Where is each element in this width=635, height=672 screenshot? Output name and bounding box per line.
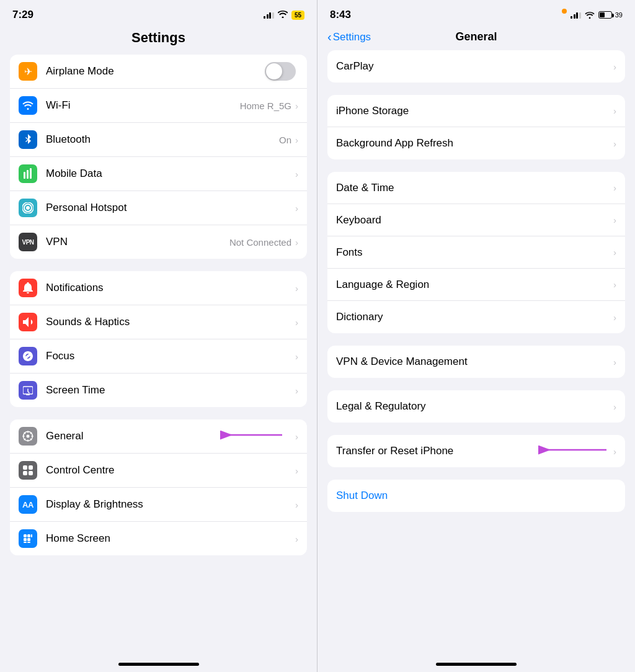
background-app-refresh-label: Background App Refresh [336, 137, 613, 150]
general-item[interactable]: General › [10, 419, 307, 454]
personal-hotspot-chevron: › [295, 203, 298, 213]
home-screen-item[interactable]: Home Screen › [10, 522, 307, 555]
signal-icon [264, 11, 274, 19]
svg-rect-7 [26, 394, 30, 395]
vpn-item[interactable]: VPN VPN Not Connected › [10, 225, 307, 259]
control-centre-chevron: › [295, 465, 298, 476]
svg-rect-19 [27, 538, 30, 541]
svg-rect-18 [24, 538, 27, 541]
svg-rect-13 [23, 471, 27, 475]
airplane-mode-item[interactable]: ✈ Airplane Mode [10, 55, 307, 89]
vpn-icon-wrap: VPN [19, 233, 37, 251]
storage-group: iPhone Storage › Background App Refresh … [327, 95, 625, 159]
sounds-haptics-item[interactable]: Sounds & Haptics › [10, 305, 307, 339]
reset-group: Transfer or Reset iPhone › [327, 435, 625, 467]
mobile-data-item[interactable]: Mobile Data › [10, 157, 307, 191]
fonts-label: Fonts [336, 246, 613, 259]
keyboard-chevron: › [613, 215, 616, 225]
right-panel: 8:43 39 ‹ Settings General [318, 0, 635, 672]
right-time: 8:43 [330, 9, 351, 21]
sounds-haptics-label: Sounds & Haptics [46, 316, 295, 328]
personal-hotspot-label: Personal Hotspot [46, 202, 295, 214]
toggle-knob [266, 63, 282, 79]
fonts-item[interactable]: Fonts › [327, 236, 625, 269]
notifications-item[interactable]: Notifications › [10, 271, 307, 305]
language-region-chevron: › [613, 279, 616, 290]
svg-rect-16 [27, 534, 30, 537]
svg-rect-12 [29, 465, 33, 470]
left-settings-content: ✈ Airplane Mode Wi-Fi Home R_5G › [0, 55, 317, 659]
svg-rect-21 [27, 542, 30, 543]
back-button[interactable]: ‹ Settings [327, 30, 371, 44]
notifications-icon-wrap [19, 279, 37, 297]
general-chevron: › [295, 431, 298, 442]
personal-hotspot-icon-wrap [19, 199, 37, 217]
back-label: Settings [333, 31, 371, 43]
left-home-indicator [118, 663, 199, 666]
svg-rect-17 [31, 534, 32, 537]
right-status-bar: 8:43 39 [318, 0, 635, 27]
left-status-icons: 55 [264, 10, 304, 20]
language-region-label: Language & Region [336, 279, 613, 291]
right-signal-icon [571, 11, 581, 19]
dictionary-item[interactable]: Dictionary › [327, 301, 625, 333]
background-app-refresh-item[interactable]: Background App Refresh › [327, 127, 625, 159]
bluetooth-item[interactable]: Bluetooth On › [10, 123, 307, 157]
shutdown-item[interactable]: Shut Down [327, 480, 625, 512]
legal-regulatory-item[interactable]: Legal & Regulatory › [327, 390, 625, 423]
carplay-item[interactable]: CarPlay › [327, 50, 625, 83]
battery-level: 55 [291, 11, 304, 20]
mobile-data-chevron: › [295, 169, 298, 179]
display-brightness-label: Display & Brightness [46, 498, 295, 511]
notifications-chevron: › [295, 283, 298, 293]
control-centre-item[interactable]: Control Centre › [10, 454, 307, 488]
airplane-mode-toggle[interactable] [265, 62, 296, 81]
shutdown-label[interactable]: Shut Down [336, 490, 616, 502]
home-screen-chevron: › [295, 534, 298, 544]
left-status-bar: 7:29 55 [0, 0, 317, 27]
right-wifi-icon [585, 11, 595, 19]
screen-time-item[interactable]: Screen Time › [10, 374, 307, 407]
general-group: General › Control Centre › [10, 419, 307, 555]
wifi-item[interactable]: Wi-Fi Home R_5G › [10, 89, 307, 123]
date-time-chevron: › [613, 182, 616, 193]
focus-item[interactable]: Focus › [10, 339, 307, 374]
screen-time-icon-wrap [19, 381, 37, 400]
iphone-storage-item[interactable]: iPhone Storage › [327, 95, 625, 127]
date-time-item[interactable]: Date & Time › [327, 172, 625, 204]
svg-rect-11 [23, 465, 27, 470]
screen-time-chevron: › [295, 385, 298, 396]
notifications-label: Notifications [46, 282, 295, 294]
right-battery-level: 39 [615, 11, 623, 19]
general-icon-wrap [19, 427, 37, 446]
language-region-item[interactable]: Language & Region › [327, 269, 625, 301]
display-brightness-item[interactable]: AA Display & Brightness › [10, 488, 307, 522]
sounds-haptics-chevron: › [295, 317, 298, 328]
svg-point-9 [27, 435, 30, 438]
keyboard-item[interactable]: Keyboard › [327, 204, 625, 236]
carplay-chevron: › [613, 61, 616, 72]
bluetooth-icon-wrap [19, 130, 37, 149]
vpn-device-mgmt-item[interactable]: VPN & Device Management › [327, 346, 625, 378]
iphone-storage-label: iPhone Storage [336, 105, 613, 117]
focus-icon-wrap [19, 347, 37, 365]
screen-time-label: Screen Time [46, 384, 295, 396]
personal-hotspot-item[interactable]: Personal Hotspot › [10, 191, 307, 225]
wifi-label: Wi-Fi [46, 99, 240, 112]
svg-rect-14 [29, 471, 33, 475]
reset-arrow-annotation [526, 441, 606, 462]
dictionary-chevron: › [613, 312, 616, 323]
vpn-chevron: › [295, 237, 298, 248]
wifi-value: Home R_5G [240, 101, 291, 111]
svg-rect-0 [24, 172, 25, 179]
bluetooth-chevron: › [295, 135, 298, 145]
transfer-reset-item[interactable]: Transfer or Reset iPhone › [327, 435, 625, 467]
left-time: 7:29 [12, 9, 33, 21]
carplay-group: CarPlay › [327, 50, 625, 83]
date-time-label: Date & Time [336, 182, 613, 194]
vpn-mgmt-group: VPN & Device Management › [327, 346, 625, 378]
home-screen-icon-wrap [19, 529, 37, 548]
right-status-icons: 39 [571, 11, 623, 19]
right-settings-content: CarPlay › iPhone Storage › Background Ap… [318, 50, 635, 659]
focus-chevron: › [295, 351, 298, 362]
